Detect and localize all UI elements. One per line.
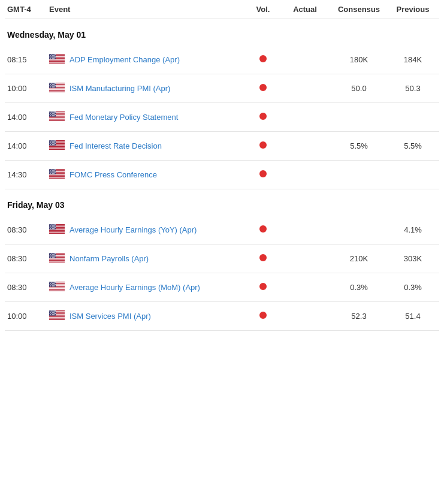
event-name[interactable]: ISM Manufacturing PMI (Apr) <box>70 84 170 93</box>
svg-rect-235 <box>49 290 65 291</box>
row-event: ★★★★★ ★★★★ ★★★★★ ★★★★ Nonfarm Payrolls (… <box>49 253 245 264</box>
svg-rect-73 <box>49 118 65 119</box>
svg-rect-71 <box>49 117 65 117</box>
svg-rect-169 <box>49 231 65 231</box>
svg-rect-44 <box>49 92 65 92</box>
svg-rect-236 <box>49 291 65 291</box>
header-vol: Vol. <box>245 5 281 14</box>
row-previous: 50.3 <box>389 84 437 93</box>
svg-rect-106 <box>49 147 65 148</box>
row-consensus: 180K <box>329 55 389 64</box>
event-name[interactable]: FOMC Press Conference <box>70 170 157 179</box>
volatility-dot <box>259 254 267 261</box>
svg-rect-171 <box>49 233 65 233</box>
svg-text:★: ★ <box>54 86 56 88</box>
row-event: ★★★★★ ★★★★ ★★★★★ ★★★★ ISM Manufacturing … <box>49 83 245 94</box>
svg-rect-40 <box>49 89 65 89</box>
row-time: 08:15 <box>7 55 49 64</box>
row-time: 10:00 <box>7 84 49 93</box>
section-title: Wednesday, May 01 <box>5 19 439 46</box>
row-volatility <box>245 84 281 93</box>
svg-text:★: ★ <box>54 313 56 316</box>
svg-rect-172 <box>49 233 65 234</box>
volatility-dot <box>259 84 267 91</box>
svg-rect-7 <box>49 59 65 60</box>
row-previous: 303K <box>389 254 437 263</box>
event-name[interactable]: Fed Interest Rate Decision <box>70 141 162 150</box>
us-flag-icon: ★★★★★ ★★★★ ★★★★★ ★★★★ <box>49 253 65 264</box>
svg-rect-167 <box>49 230 65 230</box>
header-previous: Previous <box>389 5 437 14</box>
us-flag-icon: ★★★★★ ★★★★ ★★★★★ ★★★★ <box>49 54 65 65</box>
svg-rect-10 <box>49 61 65 62</box>
row-time: 08:30 <box>7 254 49 263</box>
svg-rect-11 <box>49 62 65 63</box>
svg-rect-232 <box>49 288 65 288</box>
row-time: 14:00 <box>7 113 49 122</box>
svg-rect-266 <box>49 318 65 318</box>
row-volatility <box>245 254 281 263</box>
us-flag-icon: ★★★★★ ★★★★ ★★★★★ ★★★★ <box>49 310 65 322</box>
row-consensus: 210K <box>329 254 389 263</box>
table-header: GMT-4 Event Vol. Actual Consensus Previo… <box>5 0 439 19</box>
row-time: 10:00 <box>7 312 49 321</box>
volatility-dot <box>259 312 267 319</box>
row-volatility <box>245 113 281 122</box>
table-row: 14:00 ★★★★★ ★★★★ ★★★★★ ★★★★ Fed Interest… <box>5 132 439 161</box>
svg-rect-268 <box>49 319 65 320</box>
svg-text:★: ★ <box>54 285 56 287</box>
event-name[interactable]: Fed Monetary Policy Statement <box>70 113 178 122</box>
row-volatility <box>245 283 281 292</box>
row-event: ★★★★★ ★★★★ ★★★★★ ★★★★ Fed Monetary Polic… <box>49 111 245 123</box>
svg-rect-265 <box>49 317 65 318</box>
table-row: 08:30 ★★★★★ ★★★★ ★★★★★ ★★★★ Nonfarm Payr… <box>5 245 439 273</box>
svg-rect-201 <box>49 259 65 260</box>
volatility-dot <box>259 170 267 177</box>
svg-rect-9 <box>49 61 65 61</box>
svg-rect-103 <box>49 146 65 146</box>
svg-rect-104 <box>49 146 65 147</box>
row-consensus: 52.3 <box>329 312 389 321</box>
header-time: GMT-4 <box>7 5 49 14</box>
volatility-dot <box>259 55 267 62</box>
svg-rect-108 <box>49 149 65 150</box>
row-event: ★★★★★ ★★★★ ★★★★★ ★★★★ Average Hourly Ear… <box>49 282 245 293</box>
volatility-dot <box>259 225 267 233</box>
event-name[interactable]: ISM Services PMI (Apr) <box>70 312 151 321</box>
event-name[interactable]: Nonfarm Payrolls (Apr) <box>70 254 149 263</box>
economic-calendar-table: GMT-4 Event Vol. Actual Consensus Previo… <box>0 0 444 331</box>
event-name[interactable]: Average Hourly Earnings (YoY) (Apr) <box>70 225 197 234</box>
us-flag-icon: ★★★★★ ★★★★ ★★★★★ ★★★★ <box>49 83 65 94</box>
us-flag-icon: ★★★★★ ★★★★ ★★★★★ ★★★★ <box>49 140 65 152</box>
svg-rect-263 <box>49 316 65 316</box>
svg-rect-203 <box>49 261 65 262</box>
row-volatility <box>245 312 281 321</box>
svg-text:★: ★ <box>54 172 56 174</box>
row-volatility <box>245 170 281 179</box>
us-flag-icon: ★★★★★ ★★★★ ★★★★★ ★★★★ <box>49 169 65 180</box>
svg-text:★: ★ <box>54 143 56 146</box>
table-row: 08:30 ★★★★★ ★★★★ ★★★★★ ★★★★ Average Hour… <box>5 216 439 245</box>
svg-rect-139 <box>49 177 65 178</box>
row-volatility <box>245 55 281 64</box>
row-event: ★★★★★ ★★★★ ★★★★★ ★★★★ Average Hourly Ear… <box>49 224 245 236</box>
svg-rect-234 <box>49 289 65 289</box>
svg-rect-76 <box>49 120 65 121</box>
row-previous: 4.1% <box>389 225 437 234</box>
svg-rect-39 <box>49 88 65 89</box>
svg-rect-135 <box>49 174 65 175</box>
svg-text:★: ★ <box>54 256 56 258</box>
row-time: 14:00 <box>7 141 49 150</box>
svg-rect-12 <box>49 63 65 64</box>
svg-rect-200 <box>49 259 65 259</box>
svg-rect-199 <box>49 258 65 259</box>
svg-rect-168 <box>49 230 65 231</box>
table-row: 08:15 ★★★★★ ★★★★ ★★★★★ ★★★★ ADP Employme… <box>5 46 439 74</box>
event-name[interactable]: ADP Employment Change (Apr) <box>70 55 180 64</box>
row-event: ★★★★★ ★★★★ ★★★★★ ★★★★ ISM Services PMI (… <box>49 310 245 322</box>
row-volatility <box>245 141 281 150</box>
svg-rect-41 <box>49 89 65 90</box>
event-name[interactable]: Average Hourly Earnings (MoM) (Apr) <box>70 283 200 292</box>
table-row: 08:30 ★★★★★ ★★★★ ★★★★★ ★★★★ Average Hour… <box>5 273 439 302</box>
row-previous: 0.3% <box>389 283 437 292</box>
